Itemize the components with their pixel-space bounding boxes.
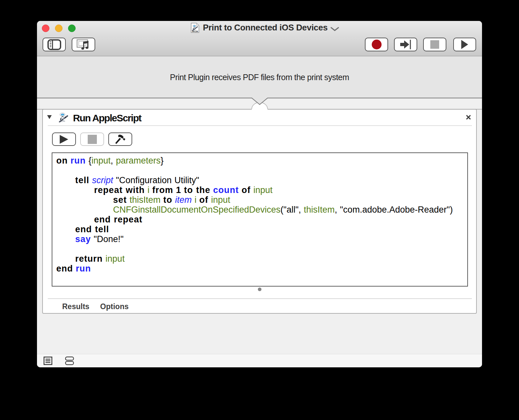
svg-text:WFLOW: WFLOW bbox=[192, 30, 198, 32]
